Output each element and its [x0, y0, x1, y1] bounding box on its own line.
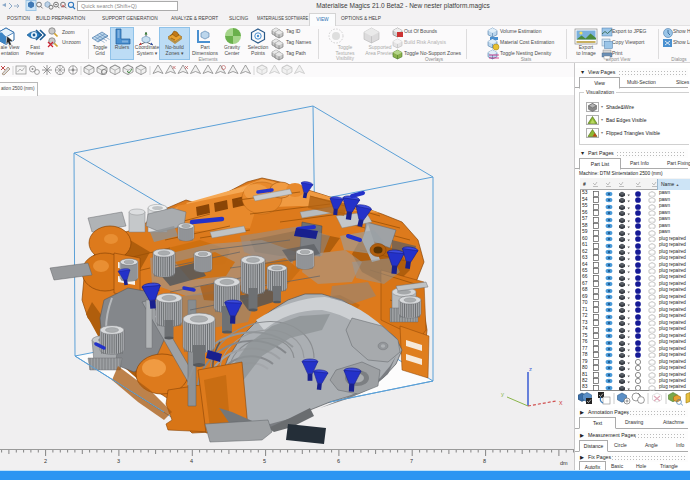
svg-text:x: x	[559, 399, 563, 406]
svg-text:y: y	[501, 391, 504, 397]
svg-text:z: z	[529, 366, 532, 372]
